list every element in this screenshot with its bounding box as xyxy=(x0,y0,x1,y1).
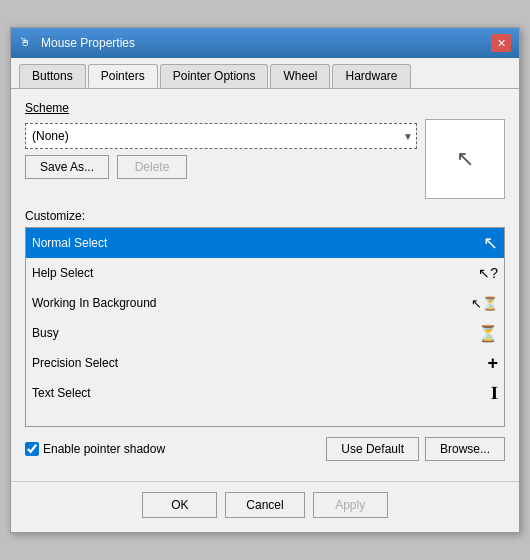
cursor-preview: ↖ xyxy=(425,119,505,199)
shadow-checkbox-row: Enable pointer shadow xyxy=(25,442,165,456)
scheme-buttons-row: Save As... Delete xyxy=(25,155,417,179)
enable-shadow-label: Enable pointer shadow xyxy=(43,442,165,456)
list-item[interactable]: Working In Background xyxy=(26,288,504,318)
mouse-properties-window: 🖱 Mouse Properties ✕ Buttons Pointers Po… xyxy=(10,27,520,533)
cursor-text-icon xyxy=(468,383,498,404)
delete-button[interactable]: Delete xyxy=(117,155,187,179)
window-title: Mouse Properties xyxy=(41,36,135,50)
tab-bar: Buttons Pointers Pointer Options Wheel H… xyxy=(11,58,519,89)
dialog-footer: OK Cancel Apply xyxy=(11,481,519,532)
ok-button[interactable]: OK xyxy=(142,492,217,518)
tab-hardware[interactable]: Hardware xyxy=(332,64,410,88)
tab-pointers[interactable]: Pointers xyxy=(88,64,158,88)
scheme-label: Scheme xyxy=(25,101,505,115)
bottom-action-buttons: Use Default Browse... xyxy=(326,437,505,461)
cursor-help-icon xyxy=(468,264,498,282)
list-item[interactable]: Busy xyxy=(26,318,504,348)
preview-cursor-icon: ↖ xyxy=(456,146,474,172)
cancel-button[interactable]: Cancel xyxy=(225,492,304,518)
tab-wheel[interactable]: Wheel xyxy=(270,64,330,88)
scheme-dropdown[interactable]: (None) xyxy=(25,123,417,149)
save-as-button[interactable]: Save As... xyxy=(25,155,109,179)
list-item[interactable]: Text Select xyxy=(26,378,504,408)
close-button[interactable]: ✕ xyxy=(491,34,511,52)
customize-list-area: Normal Select Help Select Working In Bac… xyxy=(25,227,505,427)
tab-pointer-options[interactable]: Pointer Options xyxy=(160,64,269,88)
browse-button[interactable]: Browse... xyxy=(425,437,505,461)
cursor-precision-icon xyxy=(468,353,498,374)
cursor-working-icon xyxy=(468,294,498,312)
list-item[interactable]: Normal Select xyxy=(26,228,504,258)
tab-buttons[interactable]: Buttons xyxy=(19,64,86,88)
bottom-options: Enable pointer shadow Use Default Browse… xyxy=(25,437,505,461)
tab-content: Scheme (None) ▼ Save As... Delete xyxy=(11,89,519,473)
scheme-select-wrap: (None) ▼ xyxy=(25,123,417,149)
title-bar: 🖱 Mouse Properties ✕ xyxy=(11,28,519,58)
list-item[interactable]: Precision Select xyxy=(26,348,504,378)
cursor-busy-icon xyxy=(468,324,498,343)
cursor-normal-icon xyxy=(468,232,498,254)
title-bar-left: 🖱 Mouse Properties xyxy=(19,35,135,51)
list-item[interactable]: Help Select xyxy=(26,258,504,288)
scheme-row: (None) ▼ xyxy=(25,123,417,149)
apply-button[interactable]: Apply xyxy=(313,492,388,518)
customize-label: Customize: xyxy=(25,209,505,223)
cursor-list[interactable]: Normal Select Help Select Working In Bac… xyxy=(26,228,504,426)
use-default-button[interactable]: Use Default xyxy=(326,437,419,461)
window-icon: 🖱 xyxy=(19,35,35,51)
scheme-section: Scheme (None) ▼ Save As... Delete xyxy=(25,101,505,199)
enable-shadow-checkbox[interactable] xyxy=(25,442,39,456)
